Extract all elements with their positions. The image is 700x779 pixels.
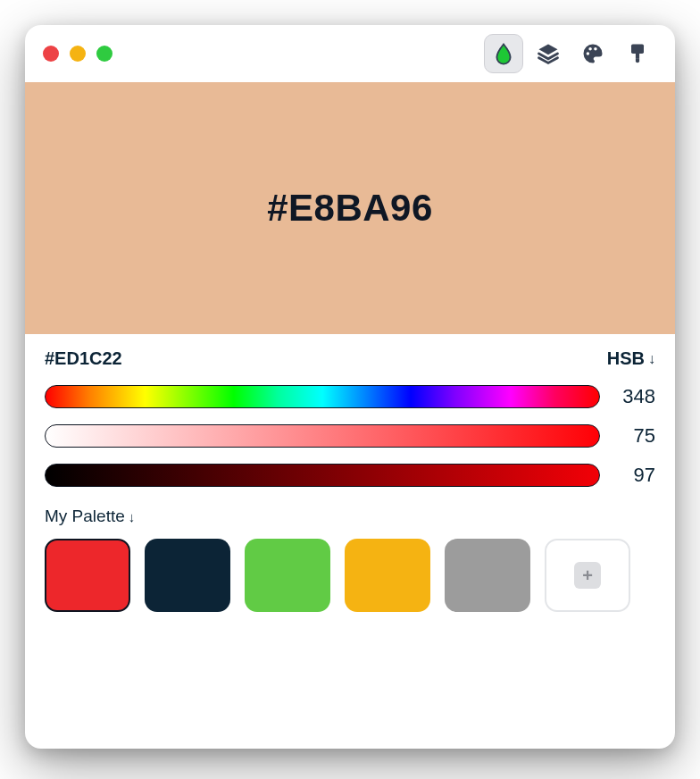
picker-header: #ED1C22 HSB ↓	[45, 348, 655, 369]
saturation-value: 75	[618, 424, 655, 448]
svg-rect-4	[636, 54, 639, 59]
brightness-slider[interactable]	[45, 464, 600, 487]
swatch-0[interactable]	[45, 539, 130, 612]
saturation-row: 75	[45, 424, 655, 448]
swatch-2[interactable]	[245, 539, 330, 612]
swatch-4[interactable]	[445, 539, 530, 612]
swatch-3[interactable]	[345, 539, 430, 612]
chevron-down-icon: ↓	[648, 351, 655, 367]
svg-rect-3	[631, 45, 644, 54]
drop-icon	[491, 41, 516, 66]
swatch-row: +	[45, 539, 655, 612]
sliders: 348 75 97	[45, 385, 655, 487]
layers-button[interactable]	[529, 34, 568, 73]
palette-name: My Palette	[45, 507, 125, 526]
minimize-dot[interactable]	[70, 46, 86, 62]
color-preview: #E8BA96	[25, 82, 675, 334]
hue-value: 348	[618, 385, 655, 408]
add-swatch-button[interactable]: +	[545, 539, 630, 612]
traffic-lights	[43, 46, 112, 62]
palette-select[interactable]: My Palette ↓	[45, 507, 135, 526]
brush-icon	[625, 41, 650, 66]
plus-icon: +	[574, 562, 601, 589]
zoom-dot[interactable]	[96, 46, 112, 62]
palette-button[interactable]	[573, 34, 612, 73]
hue-slider[interactable]	[45, 385, 600, 408]
current-hex: #ED1C22	[45, 348, 122, 369]
chevron-down-icon: ↓	[129, 509, 136, 524]
svg-point-1	[588, 47, 592, 51]
svg-point-0	[587, 52, 590, 55]
titlebar	[25, 25, 675, 82]
layers-icon	[536, 41, 561, 66]
svg-point-2	[594, 47, 597, 51]
preview-hex: #E8BA96	[267, 187, 433, 230]
swatch-1[interactable]	[145, 539, 230, 612]
brush-button[interactable]	[618, 34, 657, 73]
brightness-row: 97	[45, 464, 655, 487]
drop-button[interactable]	[484, 34, 523, 73]
close-dot[interactable]	[43, 46, 59, 62]
saturation-slider[interactable]	[45, 424, 600, 448]
app-window: #E8BA96 #ED1C22 HSB ↓ 348 75 97	[25, 25, 675, 749]
brightness-value: 97	[618, 464, 655, 487]
palette-icon	[580, 41, 605, 66]
mode-label: HSB	[607, 348, 645, 369]
mode-select[interactable]: HSB ↓	[607, 348, 655, 369]
hue-row: 348	[45, 385, 655, 408]
toolbar	[484, 34, 657, 73]
